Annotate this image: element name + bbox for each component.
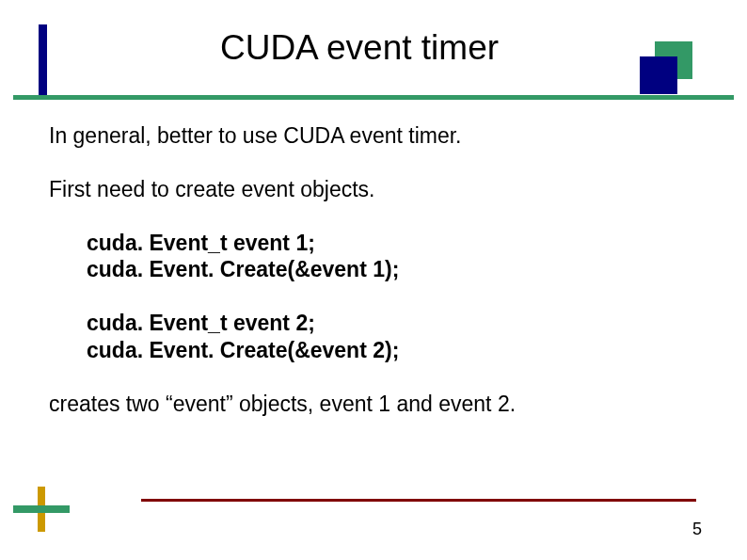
- square-navy: [640, 56, 677, 94]
- code-block-2: cuda. Event_t event 2; cuda. Event. Crea…: [87, 310, 691, 364]
- page-number: 5: [692, 520, 702, 539]
- slide: CUDA event timer In general, better to u…: [0, 0, 747, 560]
- bottom-rule: [141, 499, 696, 502]
- title-underline: [13, 95, 734, 100]
- code-line: cuda. Event. Create(&event 1);: [87, 256, 691, 283]
- intro-line-1: In general, better to use CUDA event tim…: [49, 122, 691, 150]
- cross-horizontal: [13, 505, 70, 513]
- code-line: cuda. Event_t event 2;: [87, 310, 691, 337]
- title-area: CUDA event timer: [0, 0, 747, 68]
- code-line: cuda. Event. Create(&event 2);: [87, 337, 691, 364]
- corner-squares-icon: [640, 41, 692, 94]
- outro-line: creates two “event” objects, event 1 and…: [49, 391, 691, 418]
- slide-title: CUDA event timer: [0, 28, 747, 68]
- code-block-1: cuda. Event_t event 1; cuda. Event. Crea…: [87, 230, 691, 284]
- code-line: cuda. Event_t event 1;: [87, 230, 691, 257]
- slide-content: In general, better to use CUDA event tim…: [49, 122, 691, 443]
- intro-line-2: First need to create event objects.: [49, 176, 691, 203]
